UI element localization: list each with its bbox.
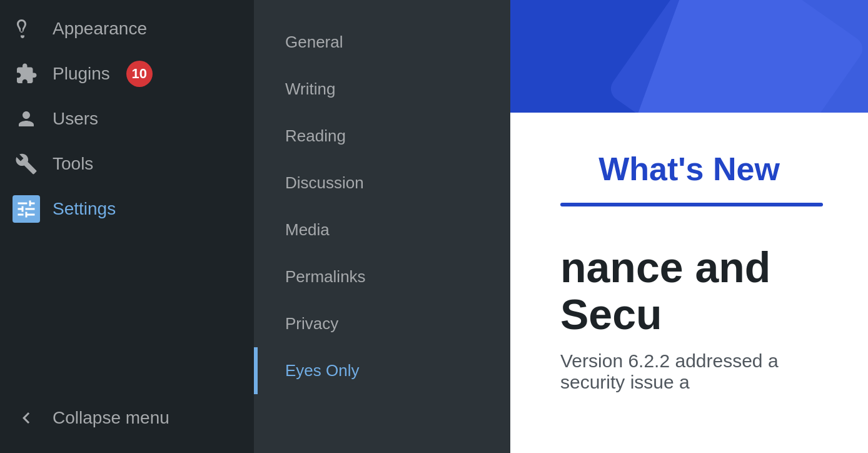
submenu-eyes-only-label: Eyes Only [285,361,360,380]
submenu-item-privacy[interactable]: Privacy [254,300,510,347]
sidebar-item-plugins[interactable]: Plugins 10 [0,51,254,96]
submenu-general-label: General [285,33,343,52]
submenu-item-media[interactable]: Media [254,206,510,253]
submenu-media-label: Media [285,220,330,240]
sidebar-item-tools-label: Tools [53,154,93,174]
sidebar-collapse-label: Collapse menu [53,408,169,428]
submenu-item-eyes-only[interactable]: Eyes Only [254,347,510,394]
users-icon [13,105,40,133]
collapse-icon [13,404,40,432]
submenu-item-permalinks[interactable]: Permalinks [254,253,510,300]
submenu-discussion-label: Discussion [285,173,364,193]
main-body: What's New nance and Secu Version 6.2.2 … [510,113,868,430]
paintbrush-icon [13,15,40,43]
sidebar-item-appearance-label: Appearance [53,19,147,39]
submenu-writing-label: Writing [285,79,335,99]
main-content: What's New nance and Secu Version 6.2.2 … [510,0,868,453]
sidebar-item-users-label: Users [53,109,98,129]
sidebar-item-appearance[interactable]: Appearance [0,6,254,51]
plugin-icon [13,60,40,88]
sidebar-item-users[interactable]: Users [0,96,254,141]
settings-icon [13,195,40,223]
submenu-privacy-label: Privacy [285,314,338,333]
main-header [510,0,868,113]
whats-new-title: What's New [560,150,818,188]
content-heading: nance and Secu [560,244,818,338]
submenu-reading-label: Reading [285,126,346,146]
submenu-item-reading[interactable]: Reading [254,113,510,160]
content-body: Version 6.2.2 addressed a security issue… [560,350,818,393]
sidebar-item-tools[interactable]: Tools [0,141,254,186]
submenu-permalinks-label: Permalinks [285,267,366,287]
sidebar: Appearance Plugins 10 Users Tools Settin… [0,0,254,453]
sidebar-item-settings-label: Settings [53,199,116,219]
submenu-item-writing[interactable]: Writing [254,66,510,113]
submenu-item-discussion[interactable]: Discussion [254,160,510,206]
tools-icon [13,150,40,178]
sidebar-collapse[interactable]: Collapse menu [0,395,254,440]
sidebar-item-settings[interactable]: Settings [0,186,254,232]
sidebar-item-plugins-label: Plugins [53,64,110,84]
plugins-badge: 10 [126,61,153,87]
submenu-item-general[interactable]: General [254,19,510,66]
settings-submenu: General Writing Reading Discussion Media… [254,0,510,453]
whats-new-divider [560,203,823,206]
